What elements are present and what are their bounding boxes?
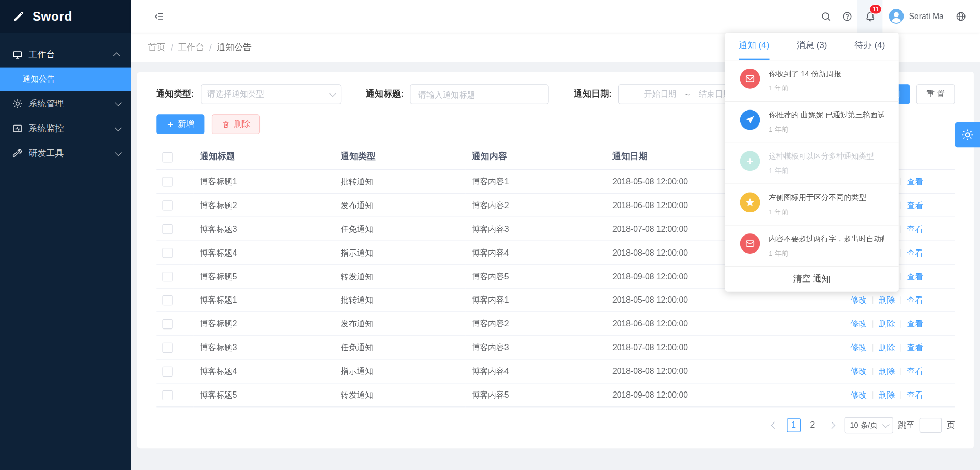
reset-button-label: 重 置 <box>926 89 945 100</box>
row-checkbox[interactable] <box>162 390 172 400</box>
cell-title: 博客标题1 <box>194 169 334 193</box>
sidebar-item-system-monitor[interactable]: 系统监控 <box>0 116 131 141</box>
edit-link[interactable]: 修改 <box>851 390 867 399</box>
user-menu[interactable]: Serati Ma <box>883 0 950 33</box>
notice-type-select[interactable]: 请选择通知类型 <box>201 84 341 104</box>
cell-type: 转发通知 <box>334 264 466 288</box>
reset-button[interactable]: 重 置 <box>916 84 955 104</box>
jump-page-input[interactable] <box>920 418 942 433</box>
page-number-1[interactable]: 1 <box>787 418 801 432</box>
notification-item[interactable]: 内容不要超过两行字，超出时自动截断 1 年前 <box>725 226 899 267</box>
row-checkbox[interactable] <box>162 177 172 186</box>
breadcrumb-home[interactable]: 首页 <box>148 42 166 53</box>
prev-page-button[interactable] <box>767 418 782 433</box>
delete-link[interactable]: 删除 <box>879 319 895 328</box>
notification-item[interactable]: 你推荐的 曲妮妮 已通过第三轮面试 1 年前 <box>725 102 899 143</box>
sword-logo-icon <box>12 10 25 22</box>
add-button[interactable]: 新增 <box>156 114 204 134</box>
app-root: Sword 工作台 通知公告 系统管理 <box>0 0 980 470</box>
sidebar-item-workbench[interactable]: 工作台 <box>0 42 131 67</box>
collapse-menu-icon[interactable] <box>148 0 170 33</box>
search-icon[interactable] <box>815 0 836 33</box>
view-link[interactable]: 查看 <box>907 271 923 280</box>
column-header-title: 通知标题 <box>194 144 334 169</box>
breadcrumb-separator: / <box>171 42 173 52</box>
clear-notifications-button[interactable]: 清空 通知 <box>725 267 899 291</box>
star-icon <box>740 192 760 212</box>
row-checkbox[interactable] <box>162 319 172 329</box>
notification-item[interactable]: 这种模板可以区分多种通知类型 1 年前 <box>725 143 899 184</box>
page-size-value: 10 条/页 <box>850 420 877 431</box>
cell-content: 博客内容2 <box>466 312 606 336</box>
cell-content: 博客内容2 <box>466 193 606 217</box>
plus-icon <box>740 151 760 171</box>
row-checkbox[interactable] <box>162 248 172 258</box>
notice-title-field <box>410 84 549 104</box>
edit-link[interactable]: 修改 <box>851 295 867 304</box>
row-checkbox[interactable] <box>162 272 172 281</box>
delete-link[interactable]: 删除 <box>879 390 895 399</box>
delete-link[interactable]: 删除 <box>879 342 895 352</box>
app-title: Sword <box>33 9 72 24</box>
cell-type: 任免通知 <box>334 217 466 241</box>
view-link[interactable]: 查看 <box>907 319 923 328</box>
view-link[interactable]: 查看 <box>907 366 923 375</box>
notification-item[interactable]: 左侧图标用于区分不同的类型 1 年前 <box>725 184 899 226</box>
sidebar-item-dev-tools[interactable]: 研发工具 <box>0 141 131 166</box>
plus-icon <box>166 120 175 129</box>
view-link[interactable]: 查看 <box>907 390 923 399</box>
edit-link[interactable]: 修改 <box>851 342 867 352</box>
cell-title: 博客标题2 <box>194 193 334 217</box>
row-checkbox[interactable] <box>162 224 172 234</box>
breadcrumb-current: 通知公告 <box>217 42 252 53</box>
page-number-2[interactable]: 2 <box>806 418 820 432</box>
app-logo[interactable]: Sword <box>0 0 131 33</box>
tab-messages[interactable]: 消息 (3) <box>783 33 841 60</box>
monitor-icon <box>12 123 22 133</box>
view-link[interactable]: 查看 <box>907 200 923 210</box>
action-divider <box>872 320 873 328</box>
tab-label: 通知 (4) <box>739 33 769 60</box>
settings-gear-button[interactable] <box>955 122 980 147</box>
select-all-checkbox[interactable] <box>162 152 172 162</box>
action-divider <box>872 344 873 352</box>
next-page-button[interactable] <box>824 418 839 433</box>
row-checkbox[interactable] <box>162 367 172 377</box>
delete-link[interactable]: 删除 <box>879 366 895 375</box>
tab-todos[interactable]: 待办 (4) <box>841 33 899 60</box>
page-size-select[interactable]: 10 条/页 <box>845 417 893 433</box>
help-icon[interactable] <box>836 0 858 33</box>
delete-link[interactable]: 删除 <box>879 295 895 304</box>
row-checkbox[interactable] <box>162 295 172 305</box>
cell-content: 博客内容5 <box>466 264 606 288</box>
cell-type: 批转通知 <box>334 169 466 193</box>
row-checkbox[interactable] <box>162 200 172 210</box>
view-link[interactable]: 查看 <box>907 247 923 257</box>
cell-type: 任免通知 <box>334 336 466 359</box>
view-link[interactable]: 查看 <box>907 224 923 233</box>
start-date-placeholder: 开始日期 <box>644 89 677 100</box>
notice-date-label: 通知日期: <box>574 89 611 100</box>
notice-title-input[interactable] <box>417 89 542 100</box>
view-link[interactable]: 查看 <box>907 342 923 352</box>
notification-item[interactable]: 你收到了 14 份新周报 1 年前 <box>725 60 899 102</box>
desktop-icon <box>12 50 22 60</box>
sidebar-item-notice[interactable]: 通知公告 <box>0 68 131 91</box>
cell-title: 博客标题3 <box>194 217 334 241</box>
edit-link[interactable]: 修改 <box>851 366 867 375</box>
view-link[interactable]: 查看 <box>907 177 923 186</box>
row-checkbox[interactable] <box>162 343 172 353</box>
delete-button[interactable]: 删除 <box>212 114 260 134</box>
sidebar-item-label: 工作台 <box>29 50 115 61</box>
action-divider <box>900 249 901 257</box>
tab-notifications[interactable]: 通知 (4) <box>725 33 783 60</box>
notifications-bell[interactable]: 11 <box>858 0 882 33</box>
language-globe-icon[interactable] <box>950 0 971 33</box>
view-link[interactable]: 查看 <box>907 295 923 304</box>
breadcrumb-workbench[interactable]: 工作台 <box>178 42 204 53</box>
action-divider <box>900 226 901 233</box>
edit-link[interactable]: 修改 <box>851 319 867 328</box>
action-divider <box>872 391 873 399</box>
breadcrumb-separator: / <box>209 42 212 52</box>
sidebar-item-system-admin[interactable]: 系统管理 <box>0 91 131 116</box>
